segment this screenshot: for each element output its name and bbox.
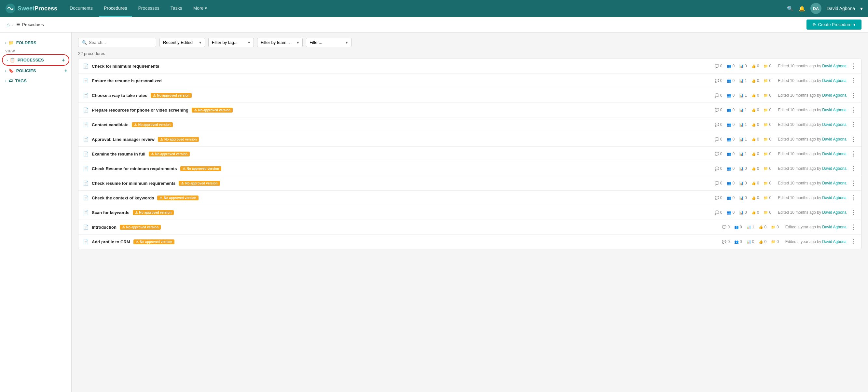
editor-link[interactable]: David Agbona: [822, 93, 846, 98]
editor-link[interactable]: David Agbona: [822, 225, 846, 229]
logo[interactable]: SweetProcess: [5, 3, 57, 14]
folders-stat: 📁0: [764, 78, 771, 83]
editor-link[interactable]: David Agbona: [822, 108, 846, 112]
editor-link[interactable]: David Agbona: [822, 137, 846, 141]
editor-link[interactable]: David Agbona: [822, 196, 846, 200]
versions-stat: 📊1: [739, 122, 747, 127]
team-filter-select[interactable]: Filter by team... ▾: [257, 38, 303, 47]
version-icon: 📊: [739, 93, 744, 98]
table-row[interactable]: 📄 Check resume for minimum requirements …: [79, 176, 861, 191]
more-options-button[interactable]: ⋮: [850, 136, 857, 143]
approve-icon: 👍: [751, 64, 756, 68]
table-row[interactable]: 📄 Choose a way to take notes ⚠No approve…: [79, 88, 861, 103]
nav-processes[interactable]: Processes: [134, 0, 164, 17]
filter-select[interactable]: Filter... ▾: [306, 38, 351, 47]
table-row[interactable]: 📄 Approval: Line manager review ⚠No appr…: [79, 132, 861, 147]
sidebar-item-folders[interactable]: › 📁 FOLDERS: [0, 38, 71, 48]
table-row[interactable]: 📄 Contact candidate ⚠No approved version…: [79, 118, 861, 132]
search-input-wrap[interactable]: 🔍: [78, 38, 156, 47]
policies-icon: 🔖: [8, 68, 14, 73]
editor-link[interactable]: David Agbona: [822, 152, 846, 156]
tags-icon: 🏷: [8, 78, 13, 83]
more-options-button[interactable]: ⋮: [850, 77, 857, 84]
table-row[interactable]: 📄 Check the context of keywords ⚠No appr…: [79, 191, 861, 205]
editor-link[interactable]: David Agbona: [822, 181, 846, 186]
warning-icon: ⚠: [153, 94, 156, 97]
add-policy-button[interactable]: +: [64, 68, 67, 74]
breadcrumb-label: Procedures: [22, 22, 43, 27]
bell-icon[interactable]: 🔔: [799, 5, 805, 12]
editor-link[interactable]: David Agbona: [822, 239, 846, 244]
sort-select[interactable]: Recently Edited ▾: [159, 38, 205, 47]
versions-stat: 📊0: [739, 210, 747, 215]
tag-filter-select[interactable]: Filter by tag... ▾: [208, 38, 254, 47]
home-icon[interactable]: ⌂: [6, 22, 10, 28]
more-options-button[interactable]: ⋮: [850, 106, 857, 113]
edited-info: Edited 10 months ago by David Agbona: [778, 152, 846, 156]
editor-link[interactable]: David Agbona: [822, 64, 846, 68]
procedure-name[interactable]: Check Resume for minimum requirements: [92, 166, 177, 171]
folders-stat: 📁0: [764, 93, 771, 98]
table-row[interactable]: 📄 Add profile to CRM ⚠No approved versio…: [79, 234, 861, 249]
more-options-button[interactable]: ⋮: [850, 194, 857, 201]
procedure-name[interactable]: Examine the resume in full: [92, 152, 146, 157]
table-row[interactable]: 📄 Prepare resources for phone or video s…: [79, 103, 861, 118]
more-options-button[interactable]: ⋮: [850, 179, 857, 187]
nav-tasks[interactable]: Tasks: [166, 0, 187, 17]
more-options-button[interactable]: ⋮: [850, 224, 857, 231]
no-approved-badge: ⚠No approved version: [179, 181, 220, 186]
sidebar-item-policies[interactable]: › 🔖 POLICIES +: [0, 66, 71, 76]
procedure-name[interactable]: Choose a way to take notes: [92, 93, 148, 98]
more-options-button[interactable]: ⋮: [850, 238, 857, 245]
sidebar-item-processes[interactable]: › 📋 PROCESSES +: [3, 55, 69, 65]
table-row[interactable]: 📄 Check Resume for minimum requirements …: [79, 161, 861, 176]
editor-link[interactable]: David Agbona: [822, 166, 846, 171]
team-chevron-icon: ▾: [297, 40, 299, 45]
editor-link[interactable]: David Agbona: [822, 78, 846, 83]
sidebar-item-tags[interactable]: › 🏷 TAGS: [0, 76, 71, 86]
procedure-name[interactable]: Check for minimum requirements: [92, 64, 159, 69]
procedure-name[interactable]: Approval: Line manager review: [92, 137, 155, 142]
procedure-name[interactable]: Check resume for minimum requirements: [92, 181, 176, 186]
add-process-button[interactable]: +: [62, 57, 65, 63]
more-options-button[interactable]: ⋮: [850, 62, 857, 70]
table-row[interactable]: 📄 Introduction ⚠No approved version 💬0 👥…: [79, 220, 861, 234]
search-input[interactable]: [89, 40, 153, 45]
create-procedure-button[interactable]: ⊕ Create Procedure ▾: [806, 20, 862, 30]
procedure-name[interactable]: Scan for keywords: [92, 210, 129, 215]
procedure-name[interactable]: Ensure the resume is personalized: [92, 78, 162, 83]
tags-arrow-icon: ›: [5, 79, 6, 83]
procedure-list: 📄 Check for minimum requirements 💬0 👥0 📊…: [78, 59, 862, 249]
table-row[interactable]: 📄 Ensure the resume is personalized 💬0 👥…: [79, 73, 861, 88]
procedure-name[interactable]: Introduction: [92, 225, 117, 230]
more-options-button[interactable]: ⋮: [850, 165, 857, 172]
procedure-name[interactable]: Prepare resources for phone or video scr…: [92, 108, 188, 112]
doc-icon: 📄: [83, 195, 89, 200]
table-row[interactable]: 📄 Examine the resume in full ⚠No approve…: [79, 147, 861, 161]
table-row[interactable]: 📄 Check for minimum requirements 💬0 👥0 📊…: [79, 59, 861, 73]
doc-icon: 📄: [83, 137, 89, 142]
proc-stats: 💬0 👥0 📊1 👍0 📁0: [715, 137, 771, 141]
versions-stat: 📊0: [739, 64, 747, 68]
table-row[interactable]: 📄 Scan for keywords ⚠No approved version…: [79, 205, 861, 220]
nav-documents[interactable]: Documents: [65, 0, 97, 17]
user-icon: 👥: [727, 210, 731, 215]
search-icon[interactable]: 🔍: [787, 5, 794, 12]
nav-more[interactable]: More ▾: [189, 0, 212, 17]
more-options-button[interactable]: ⋮: [850, 209, 857, 216]
approvals-stat: 👍0: [758, 225, 767, 229]
more-options-button[interactable]: ⋮: [850, 150, 857, 158]
approvals-stat: 👍0: [751, 166, 759, 171]
create-dropdown-icon[interactable]: ▾: [854, 22, 856, 27]
procedure-name[interactable]: Contact candidate: [92, 122, 129, 127]
editor-link[interactable]: David Agbona: [822, 122, 846, 127]
procedure-name[interactable]: Add profile to CRM: [92, 239, 130, 244]
view-label: VIEW: [0, 48, 20, 54]
more-options-button[interactable]: ⋮: [850, 92, 857, 99]
more-options-button[interactable]: ⋮: [850, 121, 857, 128]
editor-link[interactable]: David Agbona: [822, 210, 846, 215]
user-dropdown-icon[interactable]: ▾: [860, 5, 863, 12]
nav-procedures[interactable]: Procedures: [99, 0, 132, 17]
avatar[interactable]: DA: [810, 3, 822, 14]
procedure-name[interactable]: Check the context of keywords: [92, 196, 154, 200]
